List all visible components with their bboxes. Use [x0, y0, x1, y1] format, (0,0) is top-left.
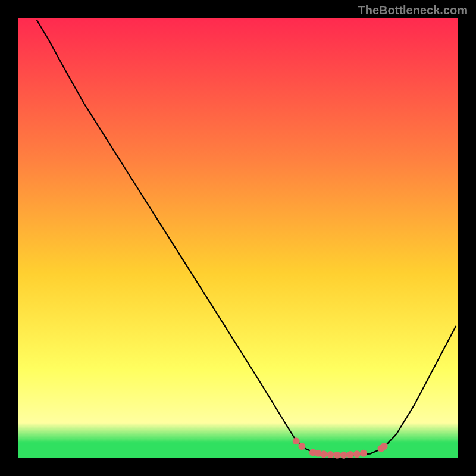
marker-point: [381, 443, 388, 450]
marker-point: [298, 443, 305, 450]
marker-point: [340, 452, 347, 459]
plot-background: [18, 18, 458, 458]
bottleneck-chart: [0, 0, 476, 476]
marker-point: [320, 450, 327, 458]
marker-point: [327, 451, 334, 458]
marker-point: [353, 450, 361, 458]
marker-point: [347, 451, 354, 458]
marker-point: [334, 452, 341, 459]
marker-point: [293, 437, 300, 444]
watermark-text: TheBottleneck.com: [358, 4, 468, 17]
marker-point: [360, 450, 367, 457]
